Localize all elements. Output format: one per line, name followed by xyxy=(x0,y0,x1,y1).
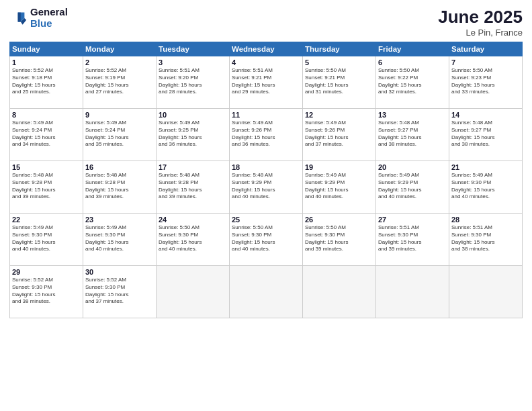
day-number: 17 xyxy=(159,163,227,171)
day-number: 18 xyxy=(232,163,300,171)
table-row: 6Sunrise: 5:50 AM Sunset: 9:22 PM Daylig… xyxy=(376,56,449,109)
logo-general: General xyxy=(30,7,68,18)
day-number: 22 xyxy=(12,216,81,224)
calendar-table: Sunday Monday Tuesday Wednesday Thursday… xyxy=(9,42,523,318)
table-row: 9Sunrise: 5:49 AM Sunset: 9:24 PM Daylig… xyxy=(83,109,157,161)
table-row: 27Sunrise: 5:51 AM Sunset: 9:30 PM Dayli… xyxy=(376,214,449,266)
day-number: 3 xyxy=(159,58,227,66)
day-info: Sunrise: 5:48 AM Sunset: 9:28 PM Dayligh… xyxy=(159,172,227,201)
calendar-row: 22Sunrise: 5:49 AM Sunset: 9:30 PM Dayli… xyxy=(10,214,523,266)
day-number: 6 xyxy=(378,58,447,66)
day-number: 11 xyxy=(232,111,300,119)
day-info: Sunrise: 5:51 AM Sunset: 9:30 PM Dayligh… xyxy=(378,224,447,253)
day-number: 4 xyxy=(232,58,300,66)
table-row: 12Sunrise: 5:49 AM Sunset: 9:26 PM Dayli… xyxy=(303,109,376,161)
day-info: Sunrise: 5:49 AM Sunset: 9:26 PM Dayligh… xyxy=(232,120,300,148)
calendar-row: 8Sunrise: 5:49 AM Sunset: 9:24 PM Daylig… xyxy=(10,109,523,161)
calendar-title: June 2025 xyxy=(438,7,523,28)
logo-text: General Blue xyxy=(30,7,68,29)
calendar-subtitle: Le Pin, France xyxy=(438,28,523,38)
day-info: Sunrise: 5:49 AM Sunset: 9:26 PM Dayligh… xyxy=(305,120,373,148)
day-info: Sunrise: 5:51 AM Sunset: 9:30 PM Dayligh… xyxy=(451,224,520,253)
day-info: Sunrise: 5:48 AM Sunset: 9:28 PM Dayligh… xyxy=(85,172,154,201)
table-row: 2Sunrise: 5:52 AM Sunset: 9:19 PM Daylig… xyxy=(83,56,157,109)
table-row: 25Sunrise: 5:50 AM Sunset: 9:30 PM Dayli… xyxy=(230,214,303,266)
day-number: 24 xyxy=(159,216,227,224)
table-row: 23Sunrise: 5:49 AM Sunset: 9:30 PM Dayli… xyxy=(83,214,157,266)
day-number: 26 xyxy=(305,216,373,224)
day-info: Sunrise: 5:49 AM Sunset: 9:29 PM Dayligh… xyxy=(378,172,447,201)
table-row: 22Sunrise: 5:49 AM Sunset: 9:30 PM Dayli… xyxy=(10,214,83,266)
table-row: 7Sunrise: 5:50 AM Sunset: 9:23 PM Daylig… xyxy=(449,56,523,109)
day-info: Sunrise: 5:50 AM Sunset: 9:21 PM Dayligh… xyxy=(305,67,373,96)
col-sunday: Sunday xyxy=(10,42,83,56)
day-info: Sunrise: 5:50 AM Sunset: 9:30 PM Dayligh… xyxy=(159,224,227,253)
day-number: 25 xyxy=(232,216,300,224)
calendar-row: 15Sunrise: 5:48 AM Sunset: 9:28 PM Dayli… xyxy=(10,161,523,214)
table-row: 8Sunrise: 5:49 AM Sunset: 9:24 PM Daylig… xyxy=(10,109,83,161)
col-tuesday: Tuesday xyxy=(157,42,230,56)
table-row: 19Sunrise: 5:49 AM Sunset: 9:29 PM Dayli… xyxy=(303,161,376,214)
day-number: 30 xyxy=(85,268,154,276)
day-number: 10 xyxy=(159,111,227,119)
day-number: 15 xyxy=(12,163,81,171)
day-info: Sunrise: 5:50 AM Sunset: 9:22 PM Dayligh… xyxy=(378,67,447,96)
day-info: Sunrise: 5:48 AM Sunset: 9:29 PM Dayligh… xyxy=(232,172,300,201)
day-number: 13 xyxy=(378,111,447,119)
day-number: 8 xyxy=(12,111,81,119)
table-row: 15Sunrise: 5:48 AM Sunset: 9:28 PM Dayli… xyxy=(10,161,83,214)
day-number: 12 xyxy=(305,111,373,119)
day-number: 21 xyxy=(451,163,520,171)
day-info: Sunrise: 5:50 AM Sunset: 9:30 PM Dayligh… xyxy=(232,224,300,253)
calendar-row: 29Sunrise: 5:52 AM Sunset: 9:30 PM Dayli… xyxy=(10,266,523,318)
table-row: 26Sunrise: 5:50 AM Sunset: 9:30 PM Dayli… xyxy=(303,214,376,266)
table-row: 1Sunrise: 5:52 AM Sunset: 9:18 PM Daylig… xyxy=(10,56,83,109)
day-info: Sunrise: 5:48 AM Sunset: 9:28 PM Dayligh… xyxy=(12,172,81,201)
day-number: 5 xyxy=(305,58,373,66)
day-info: Sunrise: 5:51 AM Sunset: 9:21 PM Dayligh… xyxy=(232,67,300,96)
day-number: 1 xyxy=(12,58,81,66)
logo: General Blue xyxy=(9,7,68,29)
day-info: Sunrise: 5:50 AM Sunset: 9:23 PM Dayligh… xyxy=(451,67,520,96)
table-row: 29Sunrise: 5:52 AM Sunset: 9:30 PM Dayli… xyxy=(10,266,83,318)
day-info: Sunrise: 5:52 AM Sunset: 9:30 PM Dayligh… xyxy=(12,277,81,306)
day-number: 28 xyxy=(451,216,520,224)
day-number: 2 xyxy=(85,58,154,66)
table-row: 3Sunrise: 5:51 AM Sunset: 9:20 PM Daylig… xyxy=(157,56,230,109)
col-monday: Monday xyxy=(83,42,157,56)
table-row xyxy=(303,266,376,318)
day-info: Sunrise: 5:49 AM Sunset: 9:24 PM Dayligh… xyxy=(12,120,81,148)
day-info: Sunrise: 5:50 AM Sunset: 9:30 PM Dayligh… xyxy=(305,224,373,253)
table-row: 16Sunrise: 5:48 AM Sunset: 9:28 PM Dayli… xyxy=(83,161,157,214)
day-info: Sunrise: 5:49 AM Sunset: 9:30 PM Dayligh… xyxy=(451,172,520,201)
day-info: Sunrise: 5:49 AM Sunset: 9:25 PM Dayligh… xyxy=(159,120,227,148)
day-info: Sunrise: 5:49 AM Sunset: 9:30 PM Dayligh… xyxy=(85,224,154,253)
table-row: 24Sunrise: 5:50 AM Sunset: 9:30 PM Dayli… xyxy=(157,214,230,266)
day-number: 19 xyxy=(305,163,373,171)
header: General Blue June 2025 Le Pin, France xyxy=(9,7,523,38)
day-number: 20 xyxy=(378,163,447,171)
day-number: 27 xyxy=(378,216,447,224)
day-number: 7 xyxy=(451,58,520,66)
day-info: Sunrise: 5:49 AM Sunset: 9:24 PM Dayligh… xyxy=(85,120,154,148)
day-info: Sunrise: 5:51 AM Sunset: 9:20 PM Dayligh… xyxy=(159,67,227,96)
day-info: Sunrise: 5:52 AM Sunset: 9:19 PM Dayligh… xyxy=(85,67,154,96)
table-row: 28Sunrise: 5:51 AM Sunset: 9:30 PM Dayli… xyxy=(449,214,523,266)
day-info: Sunrise: 5:49 AM Sunset: 9:29 PM Dayligh… xyxy=(305,172,373,201)
table-row: 30Sunrise: 5:52 AM Sunset: 9:30 PM Dayli… xyxy=(83,266,157,318)
table-row xyxy=(449,266,523,318)
table-row: 13Sunrise: 5:48 AM Sunset: 9:27 PM Dayli… xyxy=(376,109,449,161)
table-row: 4Sunrise: 5:51 AM Sunset: 9:21 PM Daylig… xyxy=(230,56,303,109)
page: General Blue June 2025 Le Pin, France Su… xyxy=(0,0,532,411)
day-number: 14 xyxy=(451,111,520,119)
day-number: 16 xyxy=(85,163,154,171)
table-row: 21Sunrise: 5:49 AM Sunset: 9:30 PM Dayli… xyxy=(449,161,523,214)
col-wednesday: Wednesday xyxy=(230,42,303,56)
day-info: Sunrise: 5:48 AM Sunset: 9:27 PM Dayligh… xyxy=(378,120,447,148)
table-row: 10Sunrise: 5:49 AM Sunset: 9:25 PM Dayli… xyxy=(157,109,230,161)
header-row: Sunday Monday Tuesday Wednesday Thursday… xyxy=(10,42,523,56)
calendar-row: 1Sunrise: 5:52 AM Sunset: 9:18 PM Daylig… xyxy=(10,56,523,109)
logo-blue: Blue xyxy=(30,18,68,30)
table-row: 11Sunrise: 5:49 AM Sunset: 9:26 PM Dayli… xyxy=(230,109,303,161)
day-info: Sunrise: 5:48 AM Sunset: 9:27 PM Dayligh… xyxy=(451,120,520,148)
